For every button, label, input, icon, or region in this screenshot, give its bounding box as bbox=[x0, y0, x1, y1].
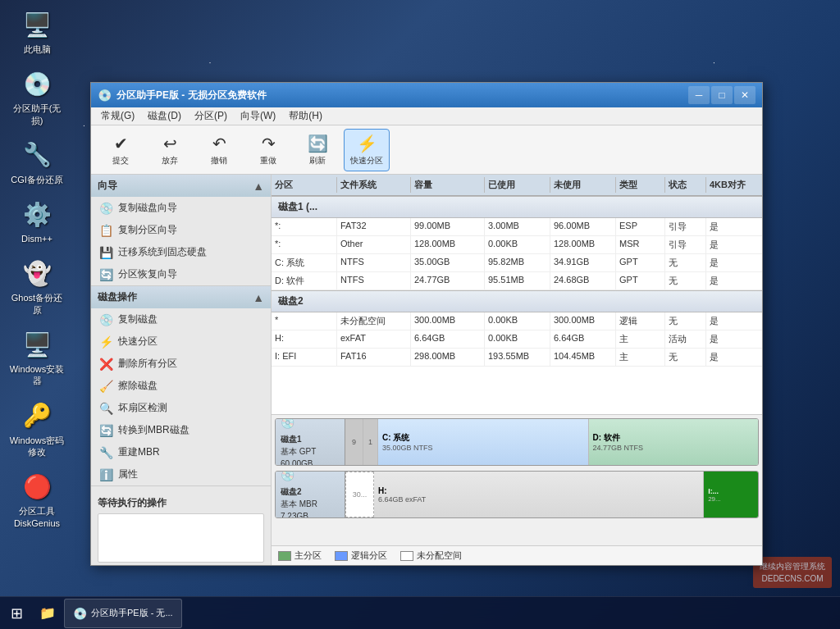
disk2-label-box: 💿 磁盘2 基本 MBR 7.23GB bbox=[276, 472, 345, 517]
quick-partition-label: 快速分区 bbox=[350, 155, 383, 166]
table-row[interactable]: *: FAT32 99.00MB 3.00MB 96.00MB ESP 引导 是 bbox=[272, 218, 762, 236]
quick-partition-op-icon: ⚡ bbox=[99, 335, 113, 349]
legend-unalloc: 未分配空间 bbox=[400, 549, 462, 562]
d1p3-name: C: 系统 bbox=[272, 254, 337, 271]
disk2-h-name: H: bbox=[378, 486, 699, 495]
d1p4-used: 95.51MB bbox=[485, 272, 550, 289]
taskbar-app-button[interactable]: 💿 分区助手PE版 - 无... bbox=[64, 599, 182, 628]
desktop-icon-cgi-backup[interactable]: 🔧 CGI备份还原 bbox=[8, 139, 66, 185]
window-title: 分区助手PE版 - 无损分区免费软件 bbox=[116, 89, 688, 103]
disk2-part-h[interactable]: H: 6.64GB exFAT bbox=[374, 472, 704, 517]
to-mbr-icon: 🔄 bbox=[99, 424, 113, 437]
d2p1-used: 0.00KB bbox=[485, 312, 550, 330]
d2p1-name: * bbox=[272, 312, 337, 330]
toolbar-redo[interactable]: ↷ 重做 bbox=[245, 129, 291, 171]
sidebar-delete-all[interactable]: ❌ 删除所有分区 bbox=[91, 353, 271, 375]
disk1-group-header: 磁盘1 (... bbox=[272, 196, 762, 218]
minimize-button[interactable]: ─ bbox=[688, 86, 710, 104]
disk1-part-system[interactable]: C: 系统 35.00GB NTFS bbox=[378, 419, 589, 465]
d2p3-type: 主 bbox=[616, 349, 665, 366]
start-button[interactable]: ⊞ bbox=[0, 597, 33, 630]
d1p4-free: 24.68GB bbox=[550, 272, 616, 289]
maximize-button[interactable]: □ bbox=[711, 86, 733, 104]
desktop-icon-partition-assistant[interactable]: 💿 分区助手(无损) bbox=[8, 67, 66, 126]
disk-ops-title: 磁盘操作 bbox=[98, 290, 137, 304]
sidebar-restore-partition[interactable]: 🔄 分区恢复向导 bbox=[91, 263, 271, 285]
sidebar-migrate-ssd[interactable]: 💾 迁移系统到固态硬盘 bbox=[91, 241, 271, 263]
sidebar-bad-sector[interactable]: 🔍 坏扇区检测 bbox=[91, 397, 271, 419]
disk1-part-esp[interactable]: 9 bbox=[345, 419, 363, 465]
table-row[interactable]: * 未分配空间 300.00MB 0.00KB 300.00MB 逻辑 无 是 bbox=[272, 312, 762, 330]
sidebar-copy-disk[interactable]: 💿 复制磁盘向导 bbox=[91, 197, 271, 219]
toolbar-discard[interactable]: ↩ 放弃 bbox=[147, 129, 193, 171]
app-window: 💿 分区助手PE版 - 无损分区免费软件 ─ □ ✕ 常规(G) 磁盘(D) 分… bbox=[90, 82, 763, 566]
toolbar-submit[interactable]: ✔ 提交 bbox=[98, 129, 144, 171]
d2p2-align: 是 bbox=[706, 330, 762, 348]
sidebar-rebuild-mbr[interactable]: 🔧 重建MBR bbox=[91, 441, 271, 463]
disk2-label: 磁盘2 bbox=[278, 295, 304, 307]
menu-disk[interactable]: 磁盘(D) bbox=[141, 107, 188, 125]
sidebar-to-mbr[interactable]: 🔄 转换到MBR磁盘 bbox=[91, 419, 271, 441]
guide-section-header[interactable]: 向导 ▲ bbox=[91, 175, 271, 197]
menu-normal[interactable]: 常规(G) bbox=[94, 107, 141, 125]
disk2-visual-row: 💿 磁盘2 基本 MBR 7.23GB 30... bbox=[275, 471, 759, 518]
taskbar-app-label: 分区助手PE版 - 无... bbox=[91, 607, 173, 619]
desktop-icon-diskgenius[interactable]: 🔴 分区工具DiskGenius bbox=[8, 470, 66, 529]
toolbar-quick-partition[interactable]: ⚡ 快速分区 bbox=[344, 129, 390, 171]
table-row[interactable]: C: 系统 NTFS 35.00GB 95.82MB 34.91GB GPT 无… bbox=[272, 254, 762, 272]
sidebar-wipe-disk[interactable]: 🧹 擦除磁盘 bbox=[91, 375, 271, 397]
table-row[interactable]: *: Other 128.00MB 0.00KB 128.00MB MSR 引导… bbox=[272, 236, 762, 254]
my-computer-icon: 🖥️ bbox=[21, 8, 53, 41]
refresh-label: 刷新 bbox=[309, 155, 326, 166]
disk2-part-unalloc[interactable]: 30... bbox=[345, 472, 374, 517]
d2p2-size: 6.64GB bbox=[411, 330, 485, 348]
disk1-part-msr[interactable]: 1 bbox=[363, 419, 378, 465]
menu-help[interactable]: 帮助(H) bbox=[282, 107, 329, 125]
undo-icon: ↶ bbox=[212, 134, 226, 153]
quick-partition-op-label: 快速分区 bbox=[118, 335, 158, 349]
table-row[interactable]: H: exFAT 6.64GB 0.00KB 6.64GB 主 活动 是 bbox=[272, 330, 762, 349]
guide-title: 向导 bbox=[98, 179, 117, 193]
partition-table-area: 分区 文件系统 容量 已使用 未使用 类型 状态 4KB对齐 磁盘1 (... bbox=[272, 175, 762, 414]
ghost-label: Ghost备份还原 bbox=[8, 292, 66, 316]
desktop-icon-windows-install[interactable]: 🖥️ Windows安装器 bbox=[8, 328, 66, 387]
file-explorer-button[interactable]: 📁 bbox=[34, 599, 61, 628]
sidebar-copy-disk-op[interactable]: 💿 复制磁盘 bbox=[91, 308, 271, 330]
disk1-label-box: 💿 磁盘1 基本 GPT 60.00GB bbox=[276, 419, 345, 465]
restore-partition-icon: 🔄 bbox=[99, 268, 113, 281]
desktop-icon-dism[interactable]: ⚙️ Dism++ bbox=[8, 198, 66, 244]
desktop-icon-ghost[interactable]: 👻 Ghost备份还原 bbox=[8, 257, 66, 316]
close-button[interactable]: ✕ bbox=[734, 86, 756, 104]
d2p2-status: 活动 bbox=[665, 330, 706, 348]
cgi-backup-icon: 🔧 bbox=[21, 139, 53, 171]
legend-primary: 主分区 bbox=[278, 549, 322, 562]
disk-section-header[interactable]: 磁盘操作 ▲ bbox=[91, 286, 271, 308]
desktop-icon-windows-pwd[interactable]: 🔑 Windows密码修改 bbox=[8, 399, 66, 458]
toolbar-undo[interactable]: ↶ 撤销 bbox=[196, 129, 242, 171]
disk1-system-info: 35.00GB NTFS bbox=[382, 444, 584, 452]
table-row[interactable]: D: 软件 NTFS 24.77GB 95.51MB 24.68GB GPT 无… bbox=[272, 272, 762, 290]
col-size: 容量 bbox=[411, 177, 485, 193]
sidebar-properties[interactable]: ℹ️ 属性 bbox=[91, 463, 271, 485]
menu-partition[interactable]: 分区(P) bbox=[188, 107, 234, 125]
menu-wizard[interactable]: 向导(W) bbox=[234, 107, 282, 125]
watermark: 继续内容管理系统 DEDECNS.COM bbox=[753, 557, 832, 588]
d2p3-used: 193.55MB bbox=[485, 349, 550, 366]
desktop-icon-my-computer[interactable]: 🖥️ 此电脑 bbox=[8, 8, 66, 55]
menu-bar: 常规(G) 磁盘(D) 分区(P) 向导(W) 帮助(H) bbox=[91, 107, 762, 125]
copy-disk-op-icon: 💿 bbox=[99, 313, 113, 326]
sidebar-quick-partition-op[interactable]: ⚡ 快速分区 bbox=[91, 330, 271, 353]
redo-label: 重做 bbox=[260, 155, 276, 166]
cgi-backup-label: CGI备份还原 bbox=[11, 174, 63, 185]
sidebar-copy-partition[interactable]: 📋 复制分区向导 bbox=[91, 219, 271, 241]
disk2-part-i[interactable]: I:... 29... bbox=[704, 472, 758, 517]
legend-logical-box bbox=[335, 551, 348, 561]
toolbar-refresh[interactable]: 🔄 刷新 bbox=[294, 129, 340, 171]
d2p1-fs: 未分配空间 bbox=[337, 312, 411, 330]
d1p1-used: 3.00MB bbox=[485, 218, 550, 235]
disk1-part-software[interactable]: D: 软件 24.77GB NTFS bbox=[589, 419, 758, 465]
table-row[interactable]: I: EFI FAT16 298.00MB 193.55MB 104.45MB … bbox=[272, 349, 762, 367]
submit-label: 提交 bbox=[112, 155, 129, 166]
windows-pwd-label: Windows密码修改 bbox=[8, 435, 66, 458]
disk1-visual-name: 磁盘1 bbox=[281, 433, 340, 445]
